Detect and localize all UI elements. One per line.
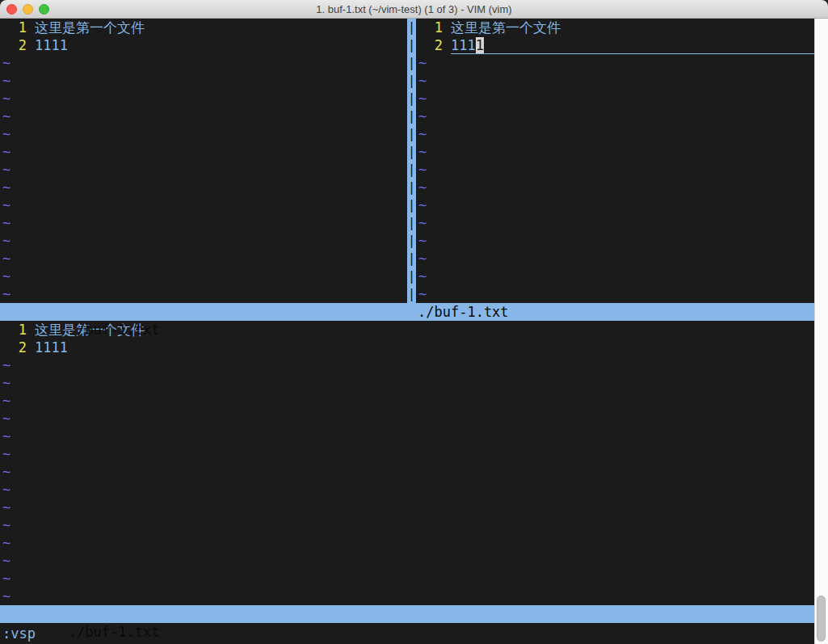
titlebar[interactable]: 1. buf-1.txt (~/vim-test) (1 of 3) - VIM… (0, 0, 828, 19)
tilde-line: ~ (0, 90, 407, 107)
separator-glyph: | (407, 250, 416, 267)
tilde-line: ~ (416, 90, 814, 107)
tilde-line: ~ (0, 445, 814, 463)
tilde-line: ~ (0, 54, 407, 72)
vim-main-area: 1这里是第一个文件 21111 ~~~~~~~~~~~~~~ |||||||||… (0, 19, 828, 644)
tilde-line: ~ (0, 214, 407, 232)
separator-glyph: | (407, 72, 416, 90)
statusline-bottom[interactable]: ./buf-1.txt (0, 605, 814, 623)
separator-glyph: | (407, 179, 416, 196)
tilde-line: ~ (0, 516, 814, 534)
tilde-line: ~ (416, 285, 814, 303)
separator-glyph: | (407, 19, 416, 36)
tilde-line: ~ (416, 232, 814, 250)
tilde-line: ~ (0, 161, 407, 179)
tilde-line: ~ (416, 267, 814, 285)
cursor-line-underline: 1111 (451, 36, 814, 54)
line-number: 2 (418, 36, 443, 54)
vim-window-top-right[interactable]: 1这里是第一个文件 21111 ~~~~~~~~~~~~~~ (416, 19, 814, 303)
top-split-windows: 1这里是第一个文件 21111 ~~~~~~~~~~~~~~ |||||||||… (0, 19, 814, 303)
separator-glyph: | (407, 214, 416, 232)
tilde-line: ~ (416, 179, 814, 196)
tilde-line: ~ (0, 499, 814, 516)
empty-buffer-lines: ~~~~~~~~~~~~~~ (416, 54, 814, 303)
buffer-text: 这里是第一个文件 (451, 19, 561, 36)
vim-screen: 1这里是第一个文件 21111 ~~~~~~~~~~~~~~ |||||||||… (0, 19, 814, 644)
empty-buffer-lines: ~~~~~~~~~~~~~~ (0, 356, 814, 605)
statusline-top[interactable]: ./buf-1.txt ./buf-1.txt (0, 303, 814, 321)
tilde-line: ~ (0, 570, 814, 587)
buffer-line[interactable]: 21111 (0, 339, 814, 356)
tilde-line: ~ (416, 125, 814, 143)
tilde-line: ~ (0, 552, 814, 570)
buffer-line[interactable]: 1这里是第一个文件 (0, 19, 407, 36)
buffer-line-cursor[interactable]: 21111 (416, 36, 814, 54)
statusline-filename-right: ./buf-1.txt (418, 303, 509, 321)
tilde-line: ~ (0, 534, 814, 552)
vim-window-top-left[interactable]: 1这里是第一个文件 21111 ~~~~~~~~~~~~~~ (0, 19, 407, 303)
tilde-line: ~ (416, 214, 814, 232)
tilde-line: ~ (416, 107, 814, 125)
buffer-line[interactable]: 21111 (0, 36, 407, 54)
buffer-text: 这里是第一个文件 (35, 19, 145, 36)
tilde-line: ~ (0, 232, 407, 250)
tilde-line: ~ (0, 463, 814, 481)
vim-window-bottom[interactable]: 1这里是第一个文件 21111 ~~~~~~~~~~~~~~ (0, 321, 814, 605)
tilde-line: ~ (416, 250, 814, 267)
window-title: 1. buf-1.txt (~/vim-test) (1 of 3) - VIM… (0, 0, 828, 19)
separator-glyph: | (407, 267, 416, 285)
separator-glyph: | (407, 285, 416, 303)
statusline-filename-left: ./buf-1.txt (66, 322, 160, 338)
tilde-line: ~ (0, 125, 407, 143)
tilde-line: ~ (0, 427, 814, 445)
separator-glyph: | (407, 143, 416, 161)
separator-glyph: | (407, 107, 416, 125)
tilde-line: ~ (416, 196, 814, 214)
vertical-split-separator[interactable]: |||||||||||||||| (407, 19, 416, 303)
separator-glyph: | (407, 161, 416, 179)
tilde-line: ~ (416, 143, 814, 161)
tilde-line: ~ (416, 161, 814, 179)
tilde-line: ~ (0, 356, 814, 374)
vim-cursor: 1 (476, 37, 484, 53)
macvim-window: 1. buf-1.txt (~/vim-test) (1 of 3) - VIM… (0, 0, 828, 644)
tilde-line: ~ (0, 179, 407, 196)
buffer-text: 111 (451, 37, 476, 53)
tilde-line: ~ (416, 54, 814, 72)
separator-glyph: | (407, 196, 416, 214)
tilde-line: ~ (0, 374, 814, 392)
line-number: 1 (418, 19, 443, 36)
tilde-line: ~ (0, 410, 814, 427)
tilde-line: ~ (0, 285, 407, 303)
line-number: 1 (2, 19, 27, 36)
tilde-line: ~ (0, 143, 407, 161)
tilde-line: ~ (0, 107, 407, 125)
tilde-line: ~ (0, 267, 407, 285)
buffer-line[interactable]: 1这里是第一个文件 (416, 19, 814, 36)
tilde-line: ~ (0, 72, 407, 90)
separator-glyph: | (407, 125, 416, 143)
tilde-line: ~ (0, 392, 814, 410)
line-number: 2 (2, 36, 27, 54)
scrollbar[interactable] (814, 19, 828, 644)
empty-buffer-lines: ~~~~~~~~~~~~~~ (0, 54, 407, 303)
buffer-text: 1111 (35, 36, 68, 54)
separator-glyph: | (407, 90, 416, 107)
tilde-line: ~ (0, 481, 814, 499)
tilde-line: ~ (416, 72, 814, 90)
tilde-line: ~ (0, 250, 407, 267)
separator-glyph: | (407, 232, 416, 250)
statusline-filename: ./buf-1.txt (66, 624, 160, 640)
tilde-line: ~ (0, 587, 814, 605)
separator-glyph: | (407, 54, 416, 72)
separator-glyph: | (407, 36, 416, 54)
tilde-line: ~ (0, 196, 407, 214)
scrollbar-thumb[interactable] (817, 596, 826, 642)
